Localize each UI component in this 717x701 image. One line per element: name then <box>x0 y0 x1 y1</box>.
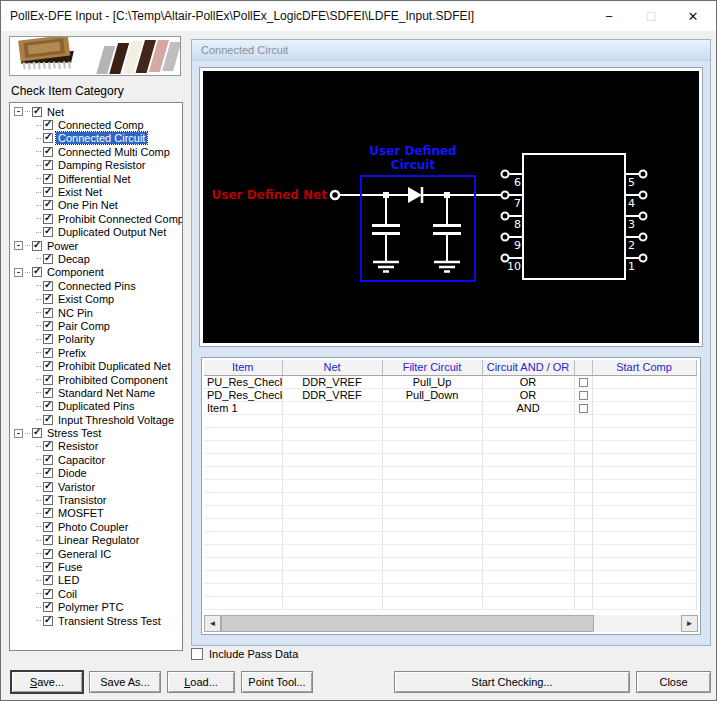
column-header[interactable] <box>574 360 592 375</box>
tree-item[interactable]: Diode <box>11 467 182 480</box>
tree-checkbox[interactable] <box>43 294 53 304</box>
tree-item[interactable]: Connected Pins <box>11 279 182 292</box>
tree-item-label[interactable]: Prohibited Component <box>56 374 169 386</box>
tree-checkbox[interactable] <box>32 267 42 277</box>
load-button[interactable]: Load... <box>167 671 235 693</box>
tree-item[interactable]: Prohibited Component <box>11 373 182 386</box>
tree-item-label[interactable]: Varistor <box>56 481 97 493</box>
cell-net[interactable] <box>282 401 382 414</box>
tree-checkbox[interactable] <box>32 428 42 438</box>
tree-item[interactable]: Polymer PTC <box>11 600 182 613</box>
scroll-left-icon[interactable] <box>204 615 221 632</box>
tree-checkbox[interactable] <box>43 174 53 184</box>
cell-filter[interactable]: Pull_Up <box>382 375 482 388</box>
cell-start[interactable] <box>592 375 696 388</box>
tree-checkbox[interactable] <box>43 388 53 398</box>
tree-item-label[interactable]: Differential Net <box>56 173 133 185</box>
tree-checkbox[interactable] <box>43 455 53 465</box>
scrollbar-track[interactable] <box>221 615 681 632</box>
row-checkbox[interactable] <box>579 391 588 400</box>
tree-item-label[interactable]: General IC <box>56 548 113 560</box>
tree-checkbox[interactable] <box>43 147 53 157</box>
tree-item[interactable]: General IC <box>11 547 182 560</box>
cell-filter[interactable]: Pull_Down <box>382 388 482 401</box>
tree-checkbox[interactable] <box>43 589 53 599</box>
tree-item[interactable]: Varistor <box>11 480 182 493</box>
column-header[interactable]: Circuit AND / OR <box>482 360 574 375</box>
tree-item-label[interactable]: Prefix <box>56 347 88 359</box>
tree-checkbox[interactable] <box>43 495 53 505</box>
tree-checkbox[interactable] <box>43 375 53 385</box>
tree-item-label[interactable]: Diode <box>56 467 89 479</box>
tree-checkbox[interactable] <box>43 441 53 451</box>
tree-item-label[interactable]: Connected Multi Comp <box>56 146 172 158</box>
tree-checkbox[interactable] <box>32 107 42 117</box>
tree-item[interactable]: Connected Comp <box>11 118 182 131</box>
tree-item[interactable]: Net <box>11 105 182 118</box>
tree-checkbox[interactable] <box>43 361 53 371</box>
cell-andor[interactable]: OR <box>482 388 574 401</box>
tree-item-label[interactable]: One Pin Net <box>56 199 120 211</box>
horizontal-scrollbar[interactable] <box>204 615 698 632</box>
tree-item-label[interactable]: Damping Resistor <box>56 159 147 171</box>
tree-item-label[interactable]: Connected Circuit <box>56 132 147 144</box>
tree-item[interactable]: Transistor <box>11 493 182 506</box>
tree-item[interactable]: Exist Net <box>11 185 182 198</box>
tree-item-label[interactable]: Decap <box>56 253 92 265</box>
tree-item[interactable]: Polarity <box>11 333 182 346</box>
column-header[interactable]: Start Comp <box>592 360 696 375</box>
tree-item[interactable]: Prefix <box>11 346 182 359</box>
tree-item[interactable]: LED <box>11 574 182 587</box>
cell-start[interactable] <box>592 388 696 401</box>
tree-item-label[interactable]: Pair Comp <box>56 320 112 332</box>
include-pass-data-checkbox[interactable]: Include Pass Data <box>191 648 298 660</box>
include-pass-data-box[interactable] <box>191 648 203 660</box>
start-checking-button[interactable]: Start Checking... <box>394 671 630 693</box>
tree-item-label[interactable]: Net <box>45 106 66 118</box>
tree-item[interactable]: Power <box>11 239 182 252</box>
cell-checkbox[interactable] <box>574 401 592 414</box>
tree-item[interactable]: Stress Test <box>11 426 182 439</box>
tree-item[interactable]: Duplicated Output Net <box>11 226 182 239</box>
tree-checkbox[interactable] <box>43 602 53 612</box>
cell-item[interactable]: PU_Res_Check <box>204 375 282 388</box>
tree-item-label[interactable]: LED <box>56 574 81 586</box>
close-icon[interactable] <box>672 1 714 31</box>
tree-item-label[interactable]: Duplicated Pins <box>56 400 136 412</box>
tree-item-label[interactable]: MOSFET <box>56 507 106 519</box>
save-button[interactable]: Save... <box>11 671 83 693</box>
row-checkbox[interactable] <box>579 404 588 413</box>
tree-checkbox[interactable] <box>43 562 53 572</box>
tree-item[interactable]: Coil <box>11 587 182 600</box>
collapse-icon[interactable] <box>14 107 23 116</box>
tree-item-label[interactable]: Polymer PTC <box>56 601 125 613</box>
tree-item[interactable]: Prohibit Connected Comp <box>11 212 182 225</box>
tree-item-label[interactable]: Transient Stress Test <box>56 615 163 627</box>
tree-item-label[interactable]: Standard Net Name <box>56 387 157 399</box>
tree-item[interactable]: One Pin Net <box>11 199 182 212</box>
tree-item[interactable]: Differential Net <box>11 172 182 185</box>
tree-item[interactable]: Transient Stress Test <box>11 614 182 627</box>
scrollbar-thumb[interactable] <box>221 615 594 632</box>
tree-item[interactable]: Component <box>11 266 182 279</box>
tree-item-label[interactable]: Stress Test <box>45 427 103 439</box>
tree-item-label[interactable]: Exist Comp <box>56 293 116 305</box>
tree-item[interactable]: Duplicated Pins <box>11 400 182 413</box>
tree-item[interactable]: Fuse <box>11 560 182 573</box>
tree-item[interactable]: NC Pin <box>11 306 182 319</box>
tree-checkbox[interactable] <box>43 535 53 545</box>
tree-item-label[interactable]: Coil <box>56 588 79 600</box>
tree-item-label[interactable]: Polarity <box>56 333 97 345</box>
tree-item[interactable]: Photo Coupler <box>11 520 182 533</box>
tree-item[interactable]: Input Threshold Voltage <box>11 413 182 426</box>
column-header[interactable]: Filter Circuit <box>382 360 482 375</box>
close-button[interactable]: Close <box>636 671 711 693</box>
tree-checkbox[interactable] <box>43 200 53 210</box>
tree-item-label[interactable]: NC Pin <box>56 307 95 319</box>
tree-item[interactable]: Capacitor <box>11 453 182 466</box>
tree-checkbox[interactable] <box>43 187 53 197</box>
tree-checkbox[interactable] <box>43 522 53 532</box>
cell-andor[interactable]: OR <box>482 375 574 388</box>
tree-item-label[interactable]: Transistor <box>56 494 109 506</box>
tree-item[interactable]: Connected Multi Comp <box>11 145 182 158</box>
